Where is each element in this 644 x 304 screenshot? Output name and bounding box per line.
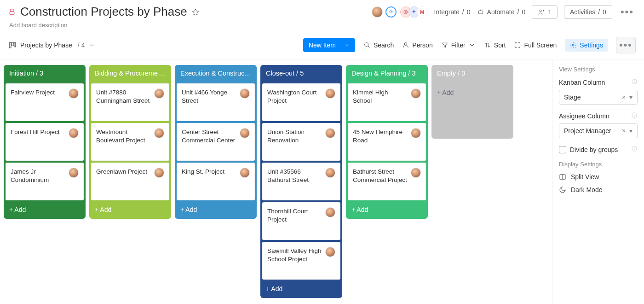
clear-icon[interactable]: × [622, 127, 626, 134]
column-header[interactable]: Close-out / 5 [260, 65, 342, 82]
assignee-avatar[interactable] [154, 168, 164, 178]
add-card-button[interactable]: + Add [260, 281, 342, 298]
invite-count: 1 [548, 8, 552, 16]
assignee-avatar[interactable] [325, 128, 335, 138]
toolbar-more-icon[interactable]: ••• [616, 37, 636, 53]
chevron-down-icon[interactable]: ▾ [629, 94, 632, 101]
integrate-button[interactable]: Integrate / 0 [434, 8, 471, 16]
view-name[interactable]: Projects by Phase [20, 41, 72, 49]
kanban-card[interactable]: Unit #35566 Bathurst Street [262, 163, 340, 200]
divide-by-groups-checkbox[interactable]: Divide by groups [559, 146, 638, 153]
card-title: Sawmill Valley High School Project [267, 247, 322, 275]
app-integrations-icons[interactable]: ◎✦M [403, 6, 428, 18]
new-item-button[interactable]: New Item [303, 38, 355, 52]
svg-rect-3 [9, 42, 11, 48]
avatar[interactable] [372, 6, 383, 18]
activities-button[interactable]: Activities / 0 [564, 5, 612, 19]
column-header[interactable]: Bidding & Procurement / 3 [89, 65, 171, 82]
chevron-down-icon[interactable] [88, 42, 95, 48]
assignee-column-select[interactable]: Project Manager ×▾ [559, 123, 638, 138]
info-icon[interactable] [631, 78, 638, 86]
add-card-button[interactable]: + Add [4, 202, 86, 219]
kanban-card[interactable]: Thornhill Court Project [262, 202, 340, 240]
automate-button[interactable]: Automate / 0 [477, 8, 526, 16]
assignee-avatar[interactable] [240, 168, 250, 178]
board-header: Construction Projects by Phase ⟳ ◎✦M Int… [0, 0, 644, 31]
settings-button[interactable]: Settings [565, 39, 608, 52]
card-title: Westmount Boulevard Project [96, 128, 151, 156]
invite-button[interactable]: 1 [532, 5, 558, 19]
assignee-avatar[interactable] [411, 88, 421, 99]
assignee-avatar[interactable] [69, 88, 79, 99]
column-header[interactable]: Execution & Constructio… [175, 65, 257, 82]
kanban-card[interactable]: Unit #466 Yonge Street [177, 83, 255, 121]
assignee-avatar[interactable] [411, 168, 421, 178]
assignee-avatar[interactable] [325, 88, 335, 99]
automate-label: Automate [487, 8, 515, 16]
fullscreen-button[interactable]: Full Screen [514, 41, 557, 49]
kanban-card[interactable]: Greenlawn Project [91, 163, 169, 200]
column-body: Unit #466 Yonge StreetCenter Street Comm… [175, 82, 257, 202]
presence-indicator-icon[interactable]: ⟳ [385, 6, 397, 18]
kanban-card[interactable]: Forest Hill Project [6, 123, 84, 161]
kanban-card[interactable]: James Jr Condominium [6, 163, 84, 200]
dark-mode-button[interactable]: Dark Mode [559, 186, 638, 193]
assignee-avatar[interactable] [240, 128, 250, 138]
kanban-card[interactable]: Fairview Project [6, 83, 84, 121]
search-button[interactable]: Search [363, 41, 394, 49]
person-filter-button[interactable]: Person [402, 41, 432, 49]
column-header[interactable]: Design & Planning / 3 [346, 65, 428, 82]
info-icon[interactable] [631, 146, 638, 153]
add-card-button[interactable]: + Add [89, 202, 171, 219]
card-title: Thornhill Court Project [267, 207, 322, 235]
add-card-button[interactable]: + Add [346, 202, 428, 219]
kanban-card[interactable]: Westmount Boulevard Project [91, 123, 169, 161]
assignee-avatar[interactable] [154, 128, 164, 138]
moon-icon [559, 186, 566, 193]
view-settings-heading: View Settings [559, 66, 638, 73]
kanban-column-select[interactable]: Stage ×▾ [559, 90, 638, 105]
board-description-placeholder[interactable]: Add board description [9, 22, 636, 29]
kanban-card[interactable]: Sawmill Valley High School Project [262, 242, 340, 280]
card-title: Unit #466 Yonge Street [182, 88, 237, 116]
kanban-column-label: Kanban Column [559, 78, 638, 86]
kanban-card[interactable]: 45 New Hemphire Road [348, 123, 426, 161]
kanban-view-icon [8, 41, 17, 49]
filter-button[interactable]: Filter [441, 41, 476, 49]
assignee-avatar[interactable] [325, 247, 335, 257]
kanban-card[interactable]: Bathurst Street Commercial Project [348, 163, 426, 200]
kanban-card[interactable]: King St. Project [177, 163, 255, 200]
people-icon [538, 8, 545, 16]
assignee-avatar[interactable] [325, 207, 335, 217]
add-card-button[interactable]: + Add [431, 85, 513, 102]
column-body: Unit #7880 Cunningham StreetWestmount Bo… [89, 82, 171, 202]
card-title: King St. Project [182, 168, 237, 195]
column-header[interactable]: Empty / 0 [431, 65, 513, 82]
add-card-button[interactable]: + Add [175, 202, 257, 219]
kanban-card[interactable]: Center Street Commercial Center [177, 123, 255, 161]
card-title: Fairview Project [11, 88, 66, 116]
assignee-avatar[interactable] [240, 88, 250, 99]
assignee-avatar[interactable] [325, 168, 335, 178]
checkbox-icon [559, 146, 566, 153]
column-header[interactable]: Initiation / 3 [4, 65, 86, 82]
board-title[interactable]: Construction Projects by Phase [20, 5, 187, 19]
assignee-avatar[interactable] [411, 128, 421, 138]
split-view-button[interactable]: Split View [559, 173, 638, 181]
clear-icon[interactable]: × [622, 94, 626, 101]
sort-button[interactable]: Sort [484, 41, 506, 49]
kanban-card[interactable]: Union Station Renovation [262, 123, 340, 161]
assignee-avatar[interactable] [69, 128, 79, 138]
assignee-avatar[interactable] [69, 168, 79, 178]
assignee-avatar[interactable] [154, 88, 164, 99]
kanban-card[interactable]: Washington Court Project [262, 83, 340, 121]
chevron-down-icon[interactable]: ▾ [629, 127, 632, 134]
svg-rect-4 [12, 42, 14, 46]
fullscreen-icon [514, 41, 521, 49]
star-icon[interactable] [192, 8, 199, 16]
svg-point-2 [540, 10, 541, 12]
more-menu-icon[interactable]: ••• [619, 5, 636, 19]
kanban-card[interactable]: Kimmel High School [348, 83, 426, 121]
kanban-card[interactable]: Unit #7880 Cunningham Street [91, 83, 169, 121]
info-icon[interactable] [631, 112, 638, 120]
